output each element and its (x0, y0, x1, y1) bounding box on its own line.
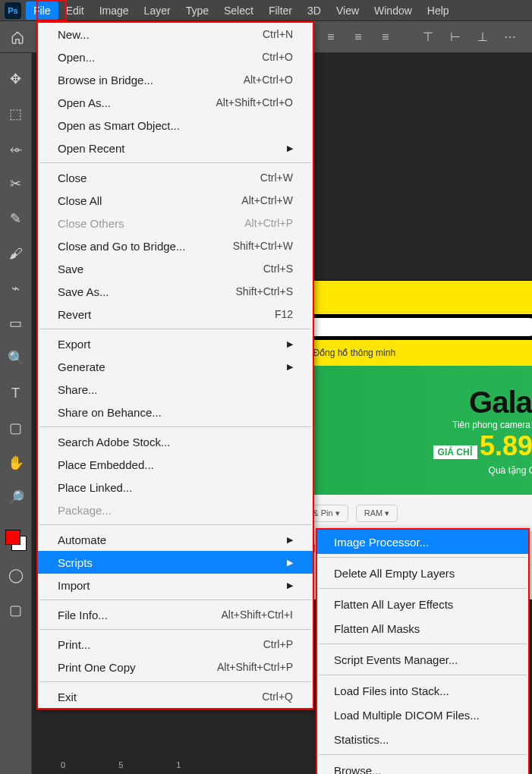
scripts-menu-item[interactable]: Image Processor... (317, 530, 528, 554)
distribute-mid-icon[interactable]: ⊢ (444, 26, 467, 49)
hand-tool-icon[interactable]: ✋ (5, 452, 27, 474)
scripts-submenu: Image Processor...Delete All Empty Layer… (316, 528, 530, 774)
file-menu-item[interactable]: Place Embedded... (38, 453, 313, 476)
menu-item-accel: Alt+Shift+Ctrl+I (221, 609, 293, 621)
file-menu-item[interactable]: RevertF12 (38, 303, 313, 326)
menubar-item-file[interactable]: File (26, 2, 58, 20)
submenu-arrow-icon: ▶ (287, 143, 293, 153)
file-menu-item[interactable]: Search Adobe Stock... (38, 430, 313, 453)
scripts-menu-item[interactable]: Flatten All Masks (317, 616, 528, 640)
menu-item-label: Save (58, 263, 263, 275)
file-menu-item[interactable]: Close and Go to Bridge...Shift+Ctrl+W (38, 234, 313, 257)
more-options-icon[interactable]: ⋯ (499, 26, 521, 49)
type-tool-icon[interactable]: T (5, 382, 27, 404)
file-menu-item[interactable]: Close AllAlt+Ctrl+W (38, 189, 313, 212)
path-tool-icon[interactable]: ▢ (5, 417, 27, 439)
menubar-item-filter[interactable]: Filter (261, 2, 300, 20)
file-menu-item[interactable]: Print...Ctrl+P (38, 633, 313, 656)
menu-item-label: Image Processor... (334, 536, 512, 549)
menu-item-accel: Ctrl+P (263, 638, 293, 650)
bottom-ruler: 051 (61, 760, 181, 769)
menu-separator (319, 675, 527, 675)
scripts-menu-item[interactable]: Script Events Manager... (317, 647, 528, 672)
zoom-tool-icon[interactable]: 🔍 (5, 348, 27, 369)
menubar-item-layer[interactable]: Layer (137, 2, 178, 20)
file-menu-item[interactable]: Scripts▶ (38, 551, 313, 574)
file-menu-item[interactable]: Open As...Alt+Shift+Ctrl+O (38, 91, 313, 114)
brush-tool-icon[interactable]: 🖌 (5, 243, 27, 264)
nav-dongho[interactable]: Đồng hồ thông minh (313, 348, 395, 358)
distribute-bot-icon[interactable]: ⊥ (471, 26, 494, 49)
file-menu-item[interactable]: Import▶ (38, 574, 313, 596)
distribute-top-icon[interactable]: ⊤ (417, 26, 439, 49)
file-menu-item[interactable]: Open...Ctrl+O (38, 46, 313, 68)
file-menu-item[interactable]: ExitCtrl+Q (38, 685, 313, 708)
filter-chip[interactable]: RAM ▾ (356, 505, 398, 522)
file-menu-item[interactable]: Generate▶ (38, 355, 313, 378)
file-menu-item[interactable]: Open as Smart Object... (38, 114, 313, 137)
menu-item-label: Share... (58, 383, 293, 396)
menu-item-label: Open Recent (58, 142, 281, 155)
menubar-item-type[interactable]: Type (178, 2, 216, 20)
menu-item-label: Revert (58, 308, 275, 321)
menu-item-label: Open... (58, 51, 262, 64)
menubar-item-image[interactable]: Image (92, 2, 137, 20)
submenu-arrow-icon: ▶ (287, 580, 293, 590)
screenmode-icon[interactable]: ▢ (5, 599, 27, 621)
crop-tool-icon[interactable]: ✂ (5, 173, 27, 194)
scripts-menu-item[interactable]: Statistics... (317, 727, 528, 751)
lasso-tool-icon[interactable]: ⬰ (5, 138, 27, 159)
menu-item-label: Share on Behance... (58, 406, 293, 419)
file-menu-item[interactable]: Print One CopyAlt+Shift+Ctrl+P (38, 656, 313, 678)
color-swatch[interactable] (5, 530, 27, 551)
quickmask-icon[interactable]: ◯ (5, 565, 27, 586)
file-menu-item[interactable]: File Info...Alt+Shift+Ctrl+I (38, 603, 313, 626)
menu-item-label: Browse... (334, 764, 512, 775)
file-menu-item[interactable]: Share... (38, 378, 313, 401)
app-icon: Ps (5, 2, 21, 19)
file-menu-item[interactable]: Open Recent▶ (38, 137, 313, 159)
menu-separator (39, 162, 311, 163)
move-tool-icon[interactable]: ✥ (5, 68, 27, 90)
menu-item-label: New... (58, 28, 263, 41)
gradient-tool-icon[interactable]: ▭ (5, 313, 27, 334)
scripts-menu-item[interactable]: Load Multiple DICOM Files... (317, 703, 528, 727)
menu-separator (319, 754, 527, 755)
file-menu-item[interactable]: Save As...Shift+Ctrl+S (38, 280, 313, 303)
menu-separator (39, 524, 311, 525)
menubar-item-help[interactable]: Help (420, 2, 457, 20)
align-left-icon[interactable]: ≡ (320, 26, 342, 49)
align-center-icon[interactable]: ≡ (347, 26, 370, 49)
magnify-tool-icon[interactable]: 🔎 (5, 487, 27, 508)
align-right-icon[interactable]: ≡ (374, 26, 397, 49)
menu-item-accel: Ctrl+Q (262, 691, 293, 703)
file-menu-item[interactable]: Automate▶ (38, 528, 313, 551)
scripts-menu-item[interactable]: Delete All Empty Layers (317, 561, 528, 585)
menu-item-accel: Ctrl+N (263, 28, 293, 40)
file-menu-item[interactable]: CloseCtrl+W (38, 166, 313, 189)
file-menu-item[interactable]: Share on Behance... (38, 401, 313, 423)
foreground-color[interactable] (5, 530, 20, 545)
menu-item-label: Generate (58, 360, 281, 373)
scripts-menu-item[interactable]: Browse... (317, 758, 528, 774)
file-menu-item[interactable]: Place Linked... (38, 476, 313, 499)
file-menu-item[interactable]: SaveCtrl+S (38, 257, 313, 280)
marquee-tool-icon[interactable]: ⬚ (5, 103, 27, 124)
file-menu-item[interactable]: Export▶ (38, 332, 313, 355)
menubar-item-edit[interactable]: Edit (58, 2, 92, 20)
scripts-menu-item[interactable]: Load Files into Stack... (317, 678, 528, 703)
menu-separator (319, 643, 527, 644)
menubar-item-3d[interactable]: 3D (300, 2, 329, 20)
scripts-menu-item[interactable]: Flatten All Layer Effects (317, 592, 528, 616)
hero-sub: Tiên phong camera chố (433, 420, 532, 430)
eyedropper-tool-icon[interactable]: ✎ (5, 208, 27, 229)
hero-brand: Galax (433, 385, 532, 420)
menu-item-accel: Ctrl+S (263, 263, 293, 275)
menubar-item-select[interactable]: Select (216, 2, 261, 20)
menubar-item-window[interactable]: Window (367, 2, 420, 20)
file-menu-item[interactable]: Browse in Bridge...Alt+Ctrl+O (38, 68, 313, 91)
menubar-item-view[interactable]: View (329, 2, 367, 20)
home-icon[interactable] (6, 26, 29, 49)
clone-tool-icon[interactable]: ⌁ (5, 278, 27, 299)
file-menu-item[interactable]: New...Ctrl+N (38, 23, 313, 46)
